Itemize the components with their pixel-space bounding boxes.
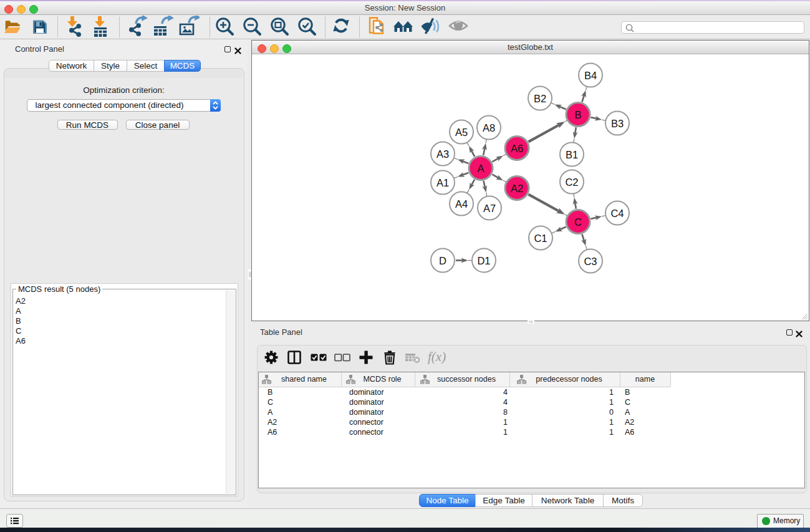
svg-text:B: B xyxy=(574,109,581,120)
svg-text:A6: A6 xyxy=(511,142,523,153)
svg-text:D: D xyxy=(439,254,446,266)
svg-text:C: C xyxy=(574,216,582,227)
svg-text:A3: A3 xyxy=(436,148,449,159)
svg-text:C4: C4 xyxy=(610,207,624,218)
svg-text:D1: D1 xyxy=(477,254,490,266)
svg-text:B2: B2 xyxy=(534,92,546,104)
svg-text:C1: C1 xyxy=(534,232,547,243)
svg-text:C3: C3 xyxy=(584,255,597,266)
svg-text:A7: A7 xyxy=(483,202,496,213)
svg-text:B4: B4 xyxy=(584,69,597,80)
svg-text:B3: B3 xyxy=(611,117,624,128)
svg-text:B1: B1 xyxy=(566,148,578,160)
svg-text:A2: A2 xyxy=(511,182,523,193)
svg-text:A4: A4 xyxy=(455,198,468,209)
svg-text:A: A xyxy=(477,162,484,173)
svg-text:A1: A1 xyxy=(436,177,449,188)
svg-text:A8: A8 xyxy=(483,122,495,133)
svg-text:A5: A5 xyxy=(455,126,468,137)
svg-text:C2: C2 xyxy=(565,176,578,187)
